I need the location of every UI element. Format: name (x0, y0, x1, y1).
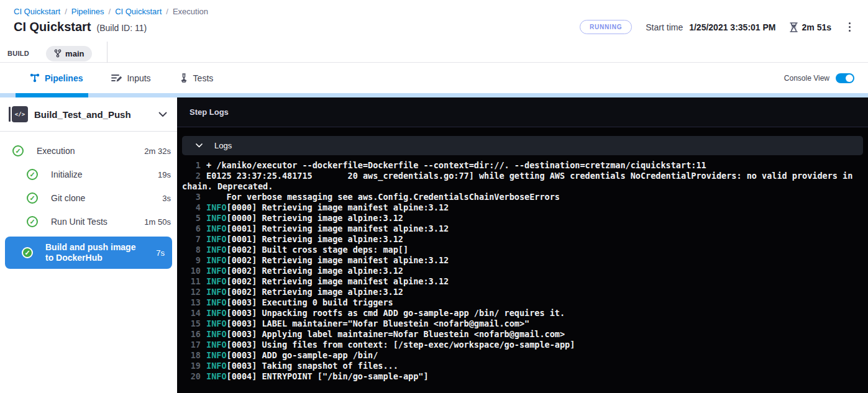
logs-section-toggle[interactable]: Logs (182, 136, 863, 155)
log-level-tag: INFO (206, 371, 227, 381)
log-line-number: 14 (182, 308, 201, 318)
log-line-number: 5 (182, 213, 201, 224)
step-logs-title: Step Logs (190, 107, 229, 117)
log-line-number: 11 (182, 276, 201, 287)
log-level-tag: INFO (206, 329, 227, 339)
breadcrumb: CI Quickstart/Pipelines/CI Quickstart/Ex… (0, 0, 868, 16)
step-label: Git clone (51, 193, 85, 203)
elapsed-value: 2m 51s (802, 22, 831, 32)
active-tab-underline (16, 93, 88, 97)
step-duration: 7s (156, 248, 165, 258)
log-level-tag: INFO (206, 276, 227, 286)
step-list: ✓Execution2m 32s✓Initialize19s✓Git clone… (0, 132, 177, 269)
tab-label: Tests (193, 73, 214, 83)
log-level-tag: INFO (206, 255, 227, 265)
log-level-tag: INFO (206, 318, 227, 328)
log-line: 20INFO[0004] ENTRYPOINT ["/bin/go-sample… (182, 371, 853, 382)
step-label: Execution (37, 146, 75, 156)
success-check-icon: ✓ (12, 145, 24, 156)
log-level-tag: INFO (206, 245, 227, 255)
log-level-tag: INFO (206, 266, 227, 276)
log-line-number: 20 (182, 371, 201, 382)
breadcrumb-item[interactable]: CI Quickstart (115, 7, 162, 16)
log-text: [0004] ENTRYPOINT ["/bin/go-sample-app"] (227, 371, 429, 381)
pipeline-icon (30, 73, 40, 83)
log-line: 12INFO[0002] Retrieving image alpine:3.1… (182, 287, 853, 297)
log-line: 9INFO[0002] Retrieving image manifest al… (182, 255, 853, 266)
log-line: 6INFO[0001] Retrieving image manifest al… (182, 224, 853, 234)
console-view-toggle[interactable] (836, 73, 854, 83)
log-line-number: 3 (182, 192, 201, 202)
tab-pipelines[interactable]: Pipelines (16, 63, 97, 93)
log-level-tag: INFO (206, 350, 227, 360)
console-view-label: Console View (784, 74, 829, 83)
log-line: 19INFO[0003] Taking snapshot of files... (182, 361, 853, 371)
log-text: [0001] Retrieving image alpine:3.12 (227, 234, 403, 244)
status-badge: RUNNING (580, 20, 632, 34)
log-line-number: 17 (182, 340, 201, 350)
flask-icon (180, 73, 188, 83)
step-item[interactable]: ✓Build and push image to DockerHub7s (5, 237, 172, 269)
step-item[interactable]: ✓Run Unit Tests1m 50s (0, 210, 177, 233)
execution-sidebar: </> Build_Test_and_Push ✓Execution2m 32s… (0, 97, 177, 393)
step-item[interactable]: ✓Execution2m 32s (0, 139, 177, 163)
log-text: [0003] ADD go-sample-app /bin/ (227, 350, 378, 360)
log-line-number: 13 (182, 297, 201, 308)
log-text: [0003] Applying label maintainer=Nofar B… (227, 329, 565, 339)
log-text: [0002] Retrieving image manifest alpine:… (227, 255, 449, 265)
breadcrumb-separator: / (109, 7, 111, 16)
step-item[interactable]: ✓Initialize19s (0, 163, 177, 186)
log-text: [0002] Retrieving image alpine:3.12 (227, 287, 403, 297)
log-line-number: 16 (182, 329, 201, 340)
log-line-number: 6 (182, 224, 201, 234)
log-console: Logs 1+ /kaniko/executor --dockerfile=Do… (177, 127, 868, 393)
tab-bar: PipelinesInputsTests Console View (0, 63, 868, 93)
chevron-down-icon (196, 143, 203, 148)
step-label: Initialize (51, 169, 83, 179)
log-text: [0001] Retrieving image manifest alpine:… (227, 224, 449, 233)
log-line: 11INFO[0002] Retrieving image manifest a… (182, 276, 853, 287)
inputs-icon (111, 73, 122, 83)
log-line: 4INFO[0000] Retrieving image manifest al… (182, 202, 853, 213)
start-time-label: Start time (646, 22, 683, 32)
log-text: [0003] LABEL maintainer="Nofar Bluestein… (227, 318, 530, 328)
chevron-down-icon[interactable] (158, 112, 167, 117)
success-check-icon: ✓ (27, 169, 38, 180)
branch-chip[interactable]: main (46, 46, 92, 61)
step-duration: 2m 32s (144, 147, 171, 156)
log-text: [0002] Retrieving image manifest alpine:… (227, 276, 449, 286)
log-level-tag: INFO (206, 224, 227, 233)
log-line-number: 18 (182, 350, 201, 361)
step-item[interactable]: ✓Git clone3s (0, 186, 177, 210)
breadcrumb-item[interactable]: Pipelines (71, 7, 104, 16)
log-line: 2E0125 23:37:25.481715 20 aws_credential… (182, 171, 853, 192)
log-line-number: 2 (182, 171, 201, 181)
more-options-button[interactable] (845, 20, 854, 34)
log-level-tag: INFO (206, 297, 227, 307)
log-text: [0003] Executing 0 build triggers (227, 297, 393, 307)
step-label: Run Unit Tests (51, 217, 107, 227)
git-branch-icon (54, 49, 62, 58)
breadcrumb-item[interactable]: CI Quickstart (14, 7, 60, 16)
code-stage-icon: </> (9, 106, 28, 122)
page-header: CI Quickstart/Pipelines/CI Quickstart/Ex… (0, 0, 868, 63)
step-label: Build and push image to DockerHub (45, 242, 145, 263)
log-line-number: 15 (182, 318, 201, 329)
log-text: + /kaniko/executor --dockerfile=Dockerfi… (206, 160, 706, 170)
log-text: [0003] Taking snapshot of files... (227, 361, 398, 371)
hourglass-icon (790, 22, 798, 32)
tab-inputs[interactable]: Inputs (97, 63, 165, 93)
log-level-tag: INFO (206, 340, 227, 350)
success-check-icon: ✓ (27, 192, 38, 204)
log-line-number: 1 (182, 160, 201, 171)
log-line: 7INFO[0001] Retrieving image alpine:3.12 (182, 234, 853, 245)
log-line: 1+ /kaniko/executor --dockerfile=Dockerf… (182, 160, 853, 171)
pipeline-stage-header[interactable]: </> Build_Test_and_Push (0, 97, 177, 131)
log-level-tag: INFO (206, 213, 227, 223)
step-duration: 19s (158, 170, 171, 179)
breadcrumb-separator: / (65, 7, 67, 16)
log-text: [0002] Built cross stage deps: map[] (227, 245, 409, 255)
log-level-tag: INFO (206, 287, 227, 297)
breadcrumb-item: Execution (173, 7, 208, 16)
tab-tests[interactable]: Tests (165, 63, 228, 93)
